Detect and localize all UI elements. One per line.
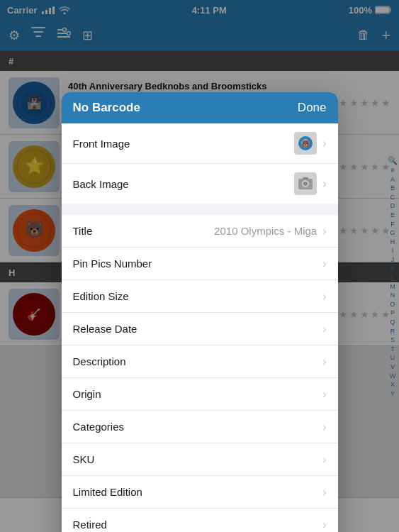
title-chevron: ›	[322, 225, 326, 238]
edition-size-chevron: ›	[322, 290, 326, 303]
description-chevron: ›	[322, 355, 326, 368]
origin-label: Origin	[73, 388, 101, 400]
front-image-label: Front Image	[73, 138, 130, 150]
description-right: ›	[322, 355, 326, 368]
modal-header: No Barcode Done	[62, 92, 338, 123]
modal-row-pin-pics[interactable]: Pin Pics Number ›	[62, 248, 338, 280]
title-label: Title	[73, 225, 93, 237]
modal-row-back-image[interactable]: Back Image ›	[62, 164, 338, 204]
sku-right: ›	[322, 453, 326, 466]
categories-label: Categories	[73, 421, 125, 433]
pin-preview-icon: 🐻	[297, 135, 314, 152]
svg-rect-23	[303, 177, 308, 179]
sku-chevron: ›	[322, 453, 326, 466]
retired-label: Retired	[73, 519, 107, 531]
back-image-preview	[294, 172, 317, 195]
limited-edition-chevron: ›	[322, 486, 326, 499]
modal-row-front-image[interactable]: Front Image 🐻 ›	[62, 123, 338, 164]
categories-chevron: ›	[322, 421, 326, 433]
modal-image-section: Front Image 🐻 › Back Image	[62, 123, 338, 204]
pin-pics-chevron: ›	[322, 257, 326, 270]
modal-done-button[interactable]: Done	[298, 101, 327, 115]
release-date-label: Release Date	[73, 323, 137, 335]
svg-point-22	[303, 182, 308, 186]
origin-chevron: ›	[322, 388, 326, 401]
sku-label: SKU	[73, 453, 95, 465]
title-value: 2010 Olympics - Miga	[214, 225, 317, 237]
modal-row-origin[interactable]: Origin ›	[62, 378, 338, 411]
limited-edition-label: Limited Edition	[73, 486, 142, 498]
modal-row-edition-size[interactable]: Edition Size ›	[62, 280, 338, 313]
modal-dialog: No Barcode Done Front Image 🐻 ›	[62, 92, 338, 532]
modal-divider-1	[62, 204, 338, 215]
back-image-right: ›	[294, 172, 326, 195]
modal-row-description[interactable]: Description ›	[62, 345, 338, 378]
modal-overlay[interactable]: No Barcode Done Front Image 🐻 ›	[0, 0, 399, 532]
pin-pics-label: Pin Pics Number	[73, 257, 152, 270]
modal-title: No Barcode	[73, 101, 140, 115]
back-image-chevron: ›	[322, 177, 326, 190]
camera-icon	[297, 175, 314, 192]
edition-size-label: Edition Size	[73, 290, 129, 302]
retired-chevron: ›	[322, 519, 326, 531]
title-right: 2010 Olympics - Miga ›	[214, 225, 326, 238]
retired-right: ›	[322, 519, 326, 531]
release-date-chevron: ›	[322, 323, 326, 336]
edition-size-right: ›	[322, 290, 326, 303]
modal-row-categories[interactable]: Categories ›	[62, 411, 338, 443]
modal-row-limited-edition[interactable]: Limited Edition ›	[62, 476, 338, 509]
modal-data-section: Title 2010 Olympics - Miga › Pin Pics Nu…	[62, 215, 338, 532]
front-image-chevron: ›	[322, 137, 326, 150]
modal-row-retired[interactable]: Retired ›	[62, 509, 338, 532]
modal-row-release-date[interactable]: Release Date ›	[62, 313, 338, 345]
front-image-right: 🐻 ›	[294, 132, 326, 155]
modal-row-sku[interactable]: SKU ›	[62, 443, 338, 476]
description-label: Description	[73, 355, 126, 367]
svg-text:🐻: 🐻	[301, 139, 310, 148]
pin-pics-right: ›	[322, 257, 326, 270]
modal-row-title[interactable]: Title 2010 Olympics - Miga ›	[62, 215, 338, 248]
origin-right: ›	[322, 388, 326, 401]
front-image-preview: 🐻	[294, 132, 317, 155]
limited-edition-right: ›	[322, 486, 326, 499]
release-date-right: ›	[322, 323, 326, 336]
back-image-label: Back Image	[73, 178, 129, 190]
categories-right: ›	[322, 421, 326, 433]
